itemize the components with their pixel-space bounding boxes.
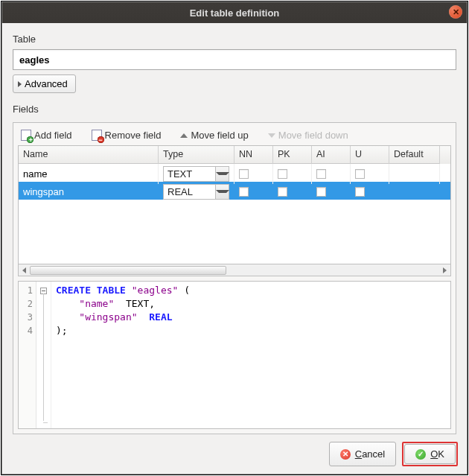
titlebar: Edit table definition ✕	[2, 2, 467, 23]
ai-checkbox[interactable]	[316, 187, 326, 197]
add-field-icon	[21, 130, 31, 141]
line-number: 2	[19, 297, 33, 311]
table-row[interactable]: wingspan REAL	[19, 182, 450, 200]
pk-checkbox[interactable]	[278, 169, 287, 179]
sql-string: "eagles"	[132, 285, 179, 296]
line-number: 1	[19, 284, 33, 297]
table-label: Table	[13, 34, 456, 45]
cancel-button[interactable]: ✕ Cancel	[329, 442, 396, 466]
advanced-button[interactable]: Advanced	[13, 74, 76, 93]
sql-text: );	[56, 325, 68, 336]
sql-text: TEXT	[126, 298, 149, 309]
move-up-button[interactable]: Move field up	[180, 130, 248, 141]
scroll-track[interactable]	[30, 265, 439, 276]
nn-cell	[234, 164, 273, 184]
triangle-up-icon	[180, 133, 188, 138]
col-u[interactable]: U	[351, 146, 389, 164]
col-ai[interactable]: AI	[312, 146, 351, 164]
ok-label: OK	[430, 448, 444, 460]
advanced-label: Advanced	[25, 78, 68, 89]
triangle-down-icon	[268, 133, 275, 138]
move-up-label: Move field up	[191, 130, 248, 141]
ok-button[interactable]: ✓ OK	[404, 444, 456, 464]
field-name-cell[interactable]: name	[19, 164, 159, 184]
u-cell	[351, 164, 389, 184]
field-name-cell[interactable]: wingspan	[19, 182, 159, 202]
chevron-right-icon	[18, 81, 22, 87]
pk-checkbox[interactable]	[278, 187, 287, 197]
fields-label: Fields	[13, 104, 456, 115]
col-default[interactable]: Default	[389, 146, 440, 164]
sql-text: (	[178, 285, 190, 296]
type-combo[interactable]: REAL	[163, 184, 229, 200]
remove-field-button[interactable]: Remove field	[92, 130, 162, 141]
sql-keyword: REAL	[149, 311, 172, 323]
field-type-cell: REAL	[159, 182, 234, 202]
type-combo-value: REAL	[164, 185, 215, 198]
dialog-content: Table Advanced Fields Add field Remove f…	[2, 23, 467, 434]
sql-text: ,	[149, 298, 155, 309]
ai-cell	[312, 182, 351, 202]
sql-string: "name"	[79, 298, 114, 309]
add-field-button[interactable]: Add field	[21, 130, 72, 141]
default-cell[interactable]	[389, 164, 440, 184]
line-number-gutter: 1 2 3 4	[19, 282, 36, 428]
col-pk[interactable]: PK	[273, 146, 312, 164]
horizontal-scrollbar[interactable]	[18, 264, 451, 276]
cancel-icon: ✕	[340, 449, 351, 460]
dialog-window: Edit table definition ✕ Table Advanced F…	[1, 1, 468, 475]
scroll-left-icon[interactable]	[19, 265, 30, 276]
remove-field-label: Remove field	[105, 130, 162, 141]
move-down-button: Move field down	[268, 130, 348, 141]
dialog-buttons: ✕ Cancel ✓ OK	[2, 434, 467, 474]
pk-cell	[273, 182, 312, 202]
ok-highlight: ✓ OK	[402, 442, 458, 466]
grid-header: Name Type NN PK AI U Default	[19, 146, 450, 164]
fields-frame: Add field Remove field Move field up Mov…	[13, 122, 456, 434]
line-number: 4	[19, 324, 33, 337]
fold-gutter	[36, 282, 51, 428]
ok-icon: ✓	[415, 449, 426, 460]
scroll-right-icon[interactable]	[439, 265, 450, 276]
default-cell[interactable]	[389, 182, 440, 202]
ai-checkbox[interactable]	[316, 169, 326, 179]
cancel-label: Cancel	[355, 448, 385, 460]
u-checkbox[interactable]	[355, 169, 365, 179]
sql-keyword: CREATE	[56, 285, 91, 296]
nn-checkbox[interactable]	[239, 169, 249, 179]
window-title: Edit table definition	[190, 7, 280, 19]
sql-preview: 1 2 3 4 CREATE TABLE "eagles" ( "name" T…	[18, 281, 451, 429]
remove-field-icon	[92, 130, 102, 141]
nn-checkbox[interactable]	[239, 187, 249, 197]
table-name-input[interactable]	[13, 49, 456, 70]
line-number: 3	[19, 311, 33, 324]
close-icon[interactable]: ✕	[449, 5, 462, 19]
chevron-down-icon[interactable]	[215, 167, 229, 181]
col-nn[interactable]: NN	[234, 146, 273, 164]
sql-keyword: TABLE	[97, 285, 126, 296]
type-combo[interactable]: TEXT	[163, 166, 229, 182]
chevron-down-icon[interactable]	[215, 185, 229, 199]
fields-toolbar: Add field Remove field Move field up Mov…	[18, 127, 451, 145]
pk-cell	[273, 164, 312, 184]
grid-body: name TEXT	[19, 164, 450, 264]
sql-string: "wingspan"	[79, 311, 137, 323]
col-type[interactable]: Type	[159, 146, 234, 164]
field-type-cell: TEXT	[159, 164, 234, 184]
u-cell	[351, 182, 389, 202]
type-combo-value: TEXT	[164, 168, 215, 180]
col-name[interactable]: Name	[19, 146, 159, 164]
u-checkbox[interactable]	[355, 187, 365, 197]
scroll-thumb[interactable]	[30, 266, 226, 275]
fields-section: Fields Add field Remove field Move field…	[13, 104, 456, 434]
sql-code[interactable]: CREATE TABLE "eagles" ( "name" TEXT, "wi…	[51, 282, 194, 428]
add-field-label: Add field	[34, 130, 72, 141]
fields-grid: Name Type NN PK AI U Default name	[18, 145, 451, 264]
ai-cell	[312, 164, 351, 184]
move-down-label: Move field down	[278, 130, 348, 141]
table-row[interactable]: name TEXT	[19, 164, 450, 182]
nn-cell	[234, 182, 273, 202]
